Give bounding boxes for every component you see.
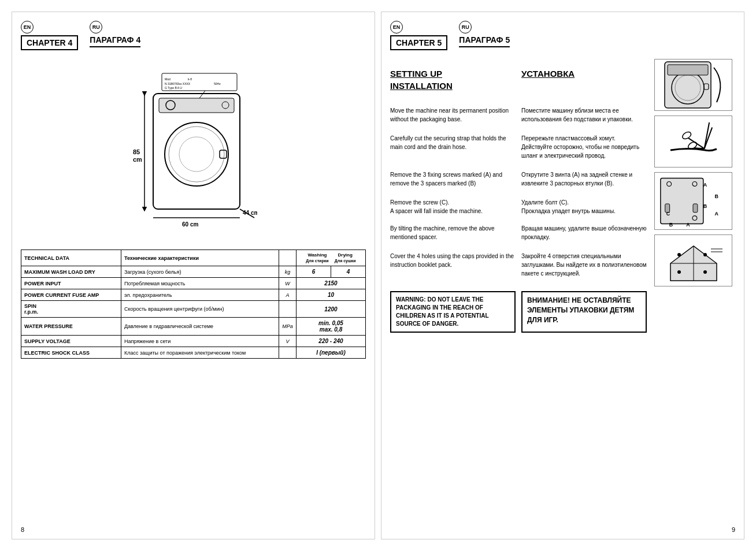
svg-text:85: 85 [133,148,140,155]
image-stack: A B C B A B A [651,59,735,333]
svg-text:60 cm: 60 cm [182,221,198,228]
tech-row-unit-2: A [279,289,296,301]
tech-row-wash-0: 6 [296,266,331,278]
tech-row-wash-4: min. 0,05 max. 0,8 [296,318,365,336]
tech-row-wash-6: I (первый) [296,347,365,359]
section4-en: Remove the screw (C). A spacer will fall… [390,198,516,241]
tech-row-en-6: ELECTRIC SHOCK CLASS [21,347,121,359]
title-ru-col: УСТАНОВКА [521,59,647,98]
left-page-number: 8 [21,526,24,533]
warning-row: WARNING: DO NOT LEAVE THE PACKAGING IN T… [390,288,647,333]
right-main-layout: SETTING UPINSTALLATION УСТАНОВКА Move th… [390,59,735,333]
text-sections: SETTING UPINSTALLATION УСТАНОВКА Move th… [390,59,647,333]
tech-row-unit-5: V [279,336,296,347]
section2-ru: Перережьте пластмассовый хомут. Действуй… [521,134,647,160]
img-holes-caps [654,234,732,286]
washer-svg: Mod k-8 N 3186783xx XXXX G Type B A U 50… [130,70,257,232]
section-3: Remove the 3 fixing screws marked (A) an… [390,170,647,188]
section-4: Remove the screw (C). A spacer will fall… [390,198,647,241]
tech-row-ru-6: Класс защиты от поражения электрическим … [121,347,279,359]
tech-row-wash-2: 10 [296,289,365,301]
section5-ru: Закройте 4 отверстия специальными заглуш… [521,252,647,278]
tech-table: TECHNICAL DATA Технические характеристик… [21,250,366,359]
warning-en: WARNING: DO NOT LEAVE THE PACKAGING IN T… [390,291,516,333]
svg-point-8 [169,126,224,182]
svg-text:B: B [703,203,707,209]
tech-row-ru-3: Скорость вращения центрифуги (об/мин) [121,301,279,318]
section1-ru: Поместите машину вблизи места ее использ… [521,106,647,124]
svg-line-21 [199,91,205,98]
svg-text:cm: cm [133,156,142,163]
svg-point-9 [179,137,214,172]
tech-row-wash-5: 220 - 240 [296,336,365,347]
img-washer-front [654,59,732,111]
tech-row-en-0: MAXIMUM WASH LOAD DRY [21,266,121,278]
tech-header-en: TECHNICAL DATA [21,250,121,266]
tech-row-ru-1: Потребляемая мощность [121,278,279,289]
section5-en: Cover the 4 holes using the caps provide… [390,252,516,278]
tech-row-en-1: POWER INPUT [21,278,121,289]
svg-text:G    Type  B  A   U: G Type B A U [165,86,182,90]
chapter5-box: CHAPTER 5 [390,35,447,50]
left-ru-col: RU ПАРАГРАФ 4 [90,21,140,50]
right-page-number: 9 [732,526,735,533]
ru-circle-left: RU [90,21,102,33]
tech-row-dry-0: 4 [331,266,365,278]
ru-circle-right: RU [459,21,472,33]
section3-ru: Открутите 3 винта (А) на задней стенке и… [521,170,647,188]
tech-row-unit-3 [279,301,296,318]
section-1: Move the machine near its permanent posi… [390,106,647,124]
tech-row-ru-2: эл. предохранитель [121,289,279,301]
titles-row: SETTING UPINSTALLATION УСТАНОВКА [390,59,647,98]
svg-text:N 3186783xx XXXX: N 3186783xx XXXX [165,82,191,85]
section1-en: Move the machine near its permanent posi… [390,106,516,124]
left-en-col: EN CHAPTER 4 [21,21,78,50]
setting-title-en: SETTING UPINSTALLATION [390,68,516,92]
svg-text:A: A [686,222,690,228]
section4-ru: Удалите болт (C). Прокладка упадет внутр… [521,198,647,241]
en-circle-right: EN [390,21,403,33]
tech-row-unit-4: MPa [279,318,296,336]
svg-text:Mod: Mod [165,77,171,81]
svg-text:k-8: k-8 [188,77,192,81]
warning-ru: ВНИМАНИЕ! НЕ ОСТАВЛЯЙТЕ ЭЛЕМЕНТЫ УПАКОВК… [521,291,647,333]
title-en-col: SETTING UPINSTALLATION [390,59,516,98]
svg-point-27 [681,131,692,140]
svg-point-47 [703,253,707,256]
page-container: EN CHAPTER 4 RU ПАРАГРАФ 4 Mod k-8 N 318… [0,0,756,551]
svg-rect-25 [668,65,708,75]
svg-point-7 [165,122,228,186]
en-circle-left: EN [21,21,34,33]
img-scissors [654,116,732,167]
tech-row-unit-1: W [279,278,296,289]
svg-rect-10 [220,150,227,158]
tech-row-unit-6 [279,347,296,359]
svg-text:A: A [714,211,718,217]
svg-text:A: A [703,182,707,188]
washer-diagram: Mod k-8 N 3186783xx XXXX G Type B A U 50… [21,59,366,244]
tech-row-wash-3: 1200 [296,301,365,318]
right-en-col: EN CHAPTER 5 [390,21,447,50]
setting-title-ru: УСТАНОВКА [521,68,647,80]
tech-row-en-3: SPIN r.p.m. [21,301,121,318]
right-ru-col: RU ПАРАГРАФ 5 [459,21,510,50]
section2-en: Carefully cut the securing strap that ho… [390,134,516,160]
svg-text:50Hz: 50Hz [214,82,221,85]
right-chapter-header: EN CHAPTER 5 RU ПАРАГРАФ 5 [390,21,735,50]
left-chapter-header: EN CHAPTER 4 RU ПАРАГРАФ 4 [21,21,366,50]
chapter5-ru: ПАРАГРАФ 5 [459,35,510,47]
svg-rect-38 [693,204,698,213]
svg-point-48 [677,270,681,274]
svg-text:C: C [666,211,670,217]
chapter4-box: CHAPTER 4 [21,35,78,50]
tech-row-unit-0: kg [279,266,296,278]
tech-row-en-4: WATER PRESSURE [21,318,121,336]
svg-text:B: B [714,193,718,199]
right-page: EN CHAPTER 5 RU ПАРАГРАФ 5 SETTING UPINS… [381,12,744,539]
tech-row-en-5: SUPPLY VOLTAGE [21,336,121,347]
svg-point-46 [677,253,681,256]
tech-row-ru-0: Загрузка (сухого белья) [121,266,279,278]
chapter4-ru: ПАРАГРАФ 4 [90,35,140,47]
tech-header-ru: Технические характеристики [121,250,279,266]
tech-row-ru-4: Давление в гидравлической системе [121,318,279,336]
